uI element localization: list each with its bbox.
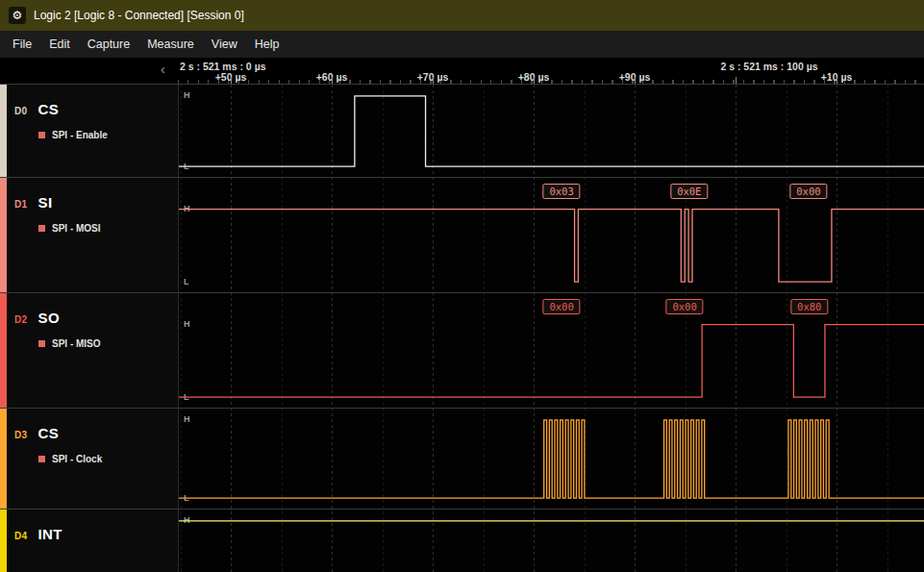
ruler-major-tick: [534, 77, 535, 84]
channel-id: D0: [14, 106, 28, 116]
waveform-area-d0[interactable]: HL: [178, 85, 924, 177]
signal-trace-d3: [179, 409, 924, 509]
app-logo-icon: ⚙: [9, 7, 26, 24]
channel-row-d3: D3CSSPI - ClockHL: [0, 409, 924, 510]
channel-name: SO: [38, 310, 60, 326]
channel-name: SI: [38, 194, 53, 211]
ruler-major-tick: [837, 77, 837, 84]
app-window: ⚙ Logic 2 [Logic 8 - Connected] [Session…: [0, 0, 924, 572]
analyzer-tag[interactable]: SPI - MOSI: [0, 211, 178, 234]
decoded-byte-annotation: 0x0E: [670, 184, 708, 199]
timeline-ruler[interactable]: ‹ 2 s : 521 ms : 0 µs2 s : 521 ms : 100 …: [0, 58, 924, 85]
waveform-area-d4[interactable]: H: [178, 510, 924, 572]
channel-label-panel[interactable]: D2SOSPI - MISO: [0, 293, 178, 408]
analyzer-color-chip: [38, 456, 45, 462]
ruler-major-tick: [635, 77, 636, 84]
channel-id: D3: [14, 430, 28, 440]
analyzer-tag[interactable]: SPI - MISO: [0, 326, 178, 349]
ruler-major-tick: [231, 77, 232, 84]
analyzer-label: SPI - Enable: [52, 130, 108, 140]
channel-name: INT: [38, 526, 62, 542]
signal-trace-d0: [179, 85, 924, 177]
channel-color-strip: [0, 85, 7, 177]
menu-item-view[interactable]: View: [203, 33, 246, 56]
menu-item-file[interactable]: File: [4, 33, 40, 56]
decoded-byte-annotation: 0x80: [790, 299, 828, 314]
ruler-ticks: [178, 80, 924, 84]
menu-item-measure[interactable]: Measure: [138, 33, 203, 56]
channel-header: D0CS: [0, 85, 178, 117]
collapse-panel-chevron-icon[interactable]: ‹: [161, 62, 165, 76]
analyzer-color-chip: [38, 132, 45, 138]
analyzer-label: SPI - MOSI: [52, 223, 101, 234]
ruler-major-tick: [736, 77, 737, 84]
signal-trace-d4: [179, 510, 924, 572]
channel-label-panel[interactable]: D4INT: [0, 510, 178, 572]
channel-color-strip: [0, 293, 7, 408]
channel-id: D1: [14, 199, 28, 210]
channel-label-panel[interactable]: D3CSSPI - Clock: [0, 409, 178, 509]
waveform-area-d2[interactable]: HL0x000x000x80: [178, 293, 924, 408]
menu-item-capture[interactable]: Capture: [79, 33, 138, 56]
menu-item-help[interactable]: Help: [246, 33, 288, 56]
channel-id: D2: [14, 314, 28, 325]
channel-name: CS: [38, 425, 59, 441]
analyzer-tag[interactable]: SPI - Clock: [0, 441, 178, 464]
ruler-timestamp: 2 s : 521 ms : 100 µs: [720, 61, 817, 72]
channel-rows: D0CSSPI - EnableHLD1SISPI - MOSIHL0x030x…: [0, 85, 924, 572]
channel-label-panel[interactable]: D1SISPI - MOSI: [0, 178, 178, 292]
channel-label-panel[interactable]: D0CSSPI - Enable: [0, 85, 178, 177]
analyzer-label: SPI - Clock: [52, 454, 102, 464]
analyzer-tag[interactable]: SPI - Enable: [0, 117, 178, 140]
channel-header: D3CS: [0, 409, 178, 441]
channel-header: D4INT: [0, 510, 178, 542]
menu-bar: FileEditCaptureMeasureViewHelp: [0, 31, 924, 58]
channel-header: D2SO: [0, 293, 178, 326]
analyzer-color-chip: [38, 340, 45, 347]
channel-row-d2: D2SOSPI - MISOHL0x000x000x80: [0, 293, 924, 409]
channel-row-d1: D1SISPI - MOSIHL0x030x0E0x00: [0, 178, 924, 293]
waveform-area-d1[interactable]: HL0x030x0E0x00: [178, 178, 924, 292]
channel-color-strip: [0, 510, 7, 572]
channel-row-d4: D4INTH: [0, 510, 924, 572]
channel-color-strip: [0, 178, 7, 292]
analyzer-color-chip: [38, 225, 45, 232]
decoded-byte-annotation: 0x00: [542, 299, 580, 314]
ruler-major-tick: [433, 77, 434, 84]
ruler-major-tick: [332, 77, 333, 84]
waveform-area-d3[interactable]: HL: [178, 409, 924, 509]
channel-color-strip: [0, 409, 7, 509]
channel-row-d0: D0CSSPI - EnableHL: [0, 85, 924, 178]
decoded-byte-annotation: 0x03: [542, 184, 580, 199]
menu-item-edit[interactable]: Edit: [40, 33, 79, 56]
decoded-byte-annotation: 0x00: [789, 184, 827, 199]
channel-name: CS: [38, 101, 59, 117]
channels-area: D0CSSPI - EnableHLD1SISPI - MOSIHL0x030x…: [0, 85, 924, 572]
decoded-byte-annotation: 0x00: [665, 299, 703, 314]
title-bar[interactable]: ⚙ Logic 2 [Logic 8 - Connected] [Session…: [0, 0, 924, 31]
analyzer-label: SPI - MISO: [52, 338, 101, 349]
window-title: Logic 2 [Logic 8 - Connected] [Session 0…: [34, 9, 244, 22]
channel-id: D4: [14, 531, 28, 541]
channel-header: D1SI: [0, 178, 178, 211]
